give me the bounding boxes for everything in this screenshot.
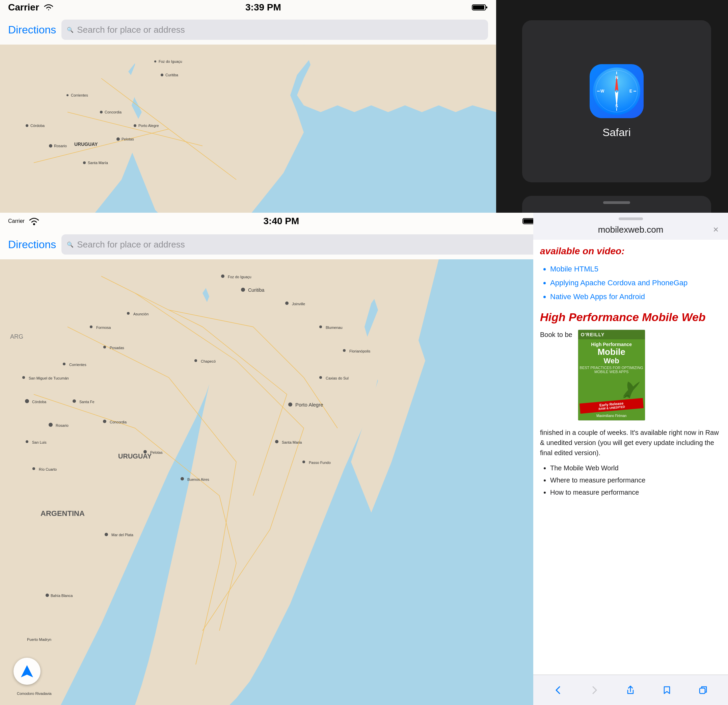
back-arrow-icon [553,685,563,695]
safari-app-card[interactable]: N S E W Safari [522,20,711,182]
svg-point-17 [134,124,136,127]
safari-bookmark-button[interactable] [657,680,677,700]
book-intro-text: Book to be [540,330,572,421]
safari-url-text[interactable]: mobilexweb.com [556,224,705,235]
svg-point-75 [26,440,28,443]
safari-share-button[interactable] [620,680,641,700]
book-author: Maximiliano Firtman [597,414,626,418]
bg-wifi-icon [42,3,55,12]
svg-point-85 [181,477,184,481]
svg-point-61 [127,312,130,315]
svg-text:Florianópolis: Florianópolis [349,349,371,353]
fg-map-terrain: Curitiba Foz do Iguaçu Joinville Blumena… [0,259,547,705]
high-perf-title: High Performance Mobile Web [540,310,721,324]
oreilly-bar: O'REILLY [578,330,645,339]
fg-map-svg: Curitiba Foz do Iguaçu Joinville Blumena… [0,259,547,705]
safari-panel-drag-handle[interactable] [619,217,643,220]
foreground-map[interactable]: Carrier 3:40 PM Directions 🔍 Search for … [0,213,547,705]
link-item-cordova[interactable]: Applying Apache Cordova and PhoneGap [550,278,721,288]
svg-point-45 [221,275,224,278]
early-release-badge: Early Release RAW & UNEDITED [579,398,644,413]
svg-text:Joinville: Joinville [292,302,305,306]
fg-search-bar[interactable]: 🔍 Search for place or address [61,235,539,255]
bg-battery-area [472,3,488,12]
svg-point-13 [100,111,103,113]
svg-point-77 [22,376,25,379]
svg-text:San Luis: San Luis [32,440,46,444]
svg-point-69 [72,400,76,403]
tabs-icon [698,685,708,695]
svg-point-57 [275,440,279,443]
book-description: finished in a couple of weeks. It's avai… [540,427,721,458]
bookmark-icon [662,685,672,695]
safari-forward-button[interactable] [584,680,604,700]
svg-text:N: N [615,75,618,80]
bg-battery-icon [472,3,488,12]
forward-arrow-icon [589,685,599,695]
fg-carrier-area: Carrier [8,217,40,226]
svg-point-79 [32,467,35,470]
svg-point-51 [343,349,345,352]
location-button[interactable] [13,658,40,685]
book-cover: O'REILLY High Performance Mobile Web BES… [578,330,645,421]
svg-text:Río Cuarto: Río Cuarto [39,467,57,471]
svg-text:Curitiba: Curitiba [248,287,264,293]
fg-search-icon: 🔍 [67,242,74,248]
svg-text:Curitiba: Curitiba [165,73,179,77]
svg-rect-2 [486,6,487,9]
svg-text:Buenos Aires: Buenos Aires [187,478,209,482]
topic-item-2: Where to measure performance [550,475,721,485]
svg-point-19 [49,144,52,148]
safari-web-panel: mobilexweb.com × available on video: Mob… [533,213,728,705]
svg-point-59 [302,460,305,463]
bg-directions-button[interactable]: Directions [8,24,56,36]
svg-text:Porto Alegre: Porto Alegre [139,124,159,127]
svg-point-71 [49,423,53,427]
svg-text:Corrientes: Corrientes [71,93,88,97]
svg-text:ARG: ARG [10,333,23,340]
link-item-html5[interactable]: Mobile HTML5 [550,264,721,275]
svg-text:S: S [615,104,618,109]
safari-card-label: Safari [602,126,631,139]
safari-icon: N S E W [589,64,644,118]
safari-url-bar: mobilexweb.com × [533,223,728,240]
svg-text:Asunción: Asunción [133,312,149,316]
fg-status-bar: Carrier 3:40 PM [0,213,547,230]
share-icon [626,685,635,695]
bg-carrier-text: Carrier [8,2,39,13]
svg-text:Santa María: Santa María [88,161,108,165]
safari-back-button[interactable] [548,680,568,700]
fg-directions-button[interactable]: Directions [8,238,56,251]
svg-point-9 [154,61,156,62]
svg-text:Concordia: Concordia [105,110,122,114]
svg-point-67 [63,363,65,365]
svg-text:Formosa: Formosa [96,326,111,330]
safari-content-area: available on video: Mobile HTML5 Applyin… [533,240,728,675]
svg-text:Córdoba: Córdoba [30,124,45,127]
book-cover-main: High Performance Mobile Web BEST PRACTIC… [578,339,645,420]
svg-point-92 [46,594,49,597]
bg-map-svg: Curitiba Foz do Iguaçu Corrientes Concor… [0,45,496,223]
svg-point-55 [288,402,292,407]
oreilly-text: O'REILLY [581,332,605,337]
svg-text:Pelotas: Pelotas [121,137,134,141]
topic-item-1: The Mobile Web World [550,463,721,473]
safari-compass-icon: N S E W [593,68,640,115]
svg-text:Posadas: Posadas [110,346,124,350]
drag-handle [603,201,630,204]
bg-search-icon: 🔍 [67,27,74,33]
svg-text:Córdoba: Córdoba [32,400,46,404]
svg-point-81 [103,420,106,423]
svg-text:URUGUAY: URUGUAY [118,452,152,460]
safari-tabs-button[interactable] [693,680,713,700]
svg-text:Corrientes: Corrientes [69,363,87,367]
safari-close-button[interactable]: × [709,223,722,236]
svg-text:Caxias do Sul: Caxias do Sul [326,376,349,380]
svg-text:Concordia: Concordia [110,420,127,424]
bg-search-bar[interactable]: 🔍 Search for place or address [61,20,488,40]
svg-text:Passo Fundo: Passo Fundo [309,460,331,465]
link-item-native[interactable]: Native Web Apps for Android [550,292,721,302]
svg-text:Foz do Iguaçu: Foz do Iguaçu [228,275,251,279]
bg-carrier-area: Carrier [8,2,55,13]
svg-rect-1 [473,6,484,9]
